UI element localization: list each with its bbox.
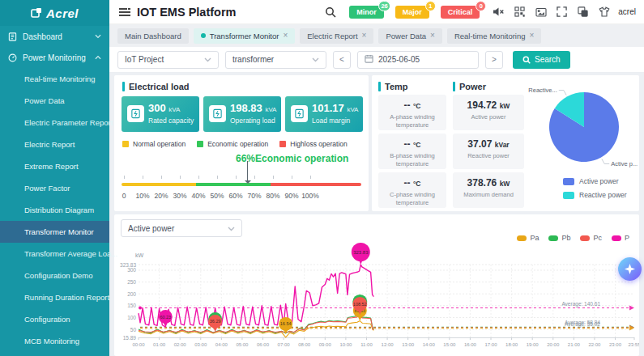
gauge-tick	[124, 176, 125, 179]
power-line-chart: kW15.8950100150200250300323.8300:0001:00…	[114, 237, 639, 356]
y-axis-unit: kW	[135, 252, 144, 258]
date-next-button[interactable]: >	[485, 51, 503, 69]
y-tick-label: 250	[127, 279, 136, 285]
alarm-badge-critical[interactable]: Critical0	[441, 6, 480, 19]
meter-icon	[291, 105, 308, 122]
x-tick-label: 15:00	[443, 342, 456, 347]
load-card-value: 101.17 kVA	[312, 102, 358, 114]
gauge-tick	[236, 176, 237, 179]
temp-card: -- °CC-phase winding temperature	[378, 172, 446, 208]
marker-pin-label: 36.29	[210, 319, 221, 324]
x-tick-label: 23:55	[628, 342, 639, 347]
sidebar-item-mcb-monitoring[interactable]: MCB Monitoring	[0, 330, 109, 352]
x-tick-label: 16:00	[464, 342, 477, 347]
tab-label: Real-time Monitoring	[454, 32, 526, 40]
search-button[interactable]: Search	[513, 51, 570, 69]
gauge-tick	[180, 176, 181, 179]
tab-transformer-monitor[interactable]: Transformer Monitor×	[194, 28, 296, 44]
calendar-icon	[365, 54, 373, 65]
gauge-segment	[122, 183, 196, 186]
tab-real-time-monitoring[interactable]: Real-time Monitoring×	[447, 28, 542, 44]
power-header: Power	[453, 82, 486, 91]
brand-logo: Acrel	[0, 0, 109, 26]
gauge-tick-label: 60%	[228, 192, 242, 200]
gauge-tick-label: 10%	[135, 192, 149, 200]
pie-legend-active-power[interactable]: Active power	[563, 177, 627, 185]
legend-highloss-operation: Highloss operation	[279, 140, 347, 148]
temp-value: -- °C	[378, 100, 446, 111]
qr-code-icon[interactable]	[514, 6, 526, 18]
sidebar-item-transformer-average-loa-[interactable]: Transformer Average Loa...	[0, 243, 109, 265]
fullscreen-icon[interactable]	[556, 6, 568, 18]
mute-icon[interactable]	[493, 6, 505, 18]
menu-collapse-icon[interactable]	[119, 8, 130, 16]
sidebar-item-configuration-demo[interactable]: Configuration Demo	[0, 265, 109, 286]
username[interactable]: acrel	[618, 7, 636, 16]
sidebar-item-electric-parameter-report[interactable]: Electric Parameter Report	[0, 112, 109, 134]
screenshot-icon[interactable]	[535, 6, 547, 18]
gauge-tick-label: 0	[122, 192, 126, 200]
chevron-up-icon	[95, 55, 101, 60]
tab-electric-report[interactable]: Electric Report×	[300, 28, 373, 44]
sidebar-item-label: Power Data	[24, 96, 65, 105]
sidebar-item-running-duration-report[interactable]: Running Duration Report	[0, 286, 109, 308]
skin-icon[interactable]	[598, 6, 610, 18]
tab-close-icon[interactable]: ×	[362, 32, 367, 40]
ai-assistant-button[interactable]	[618, 257, 642, 281]
metric-select-value: Active power	[128, 224, 174, 233]
sidebar-item-power-factor[interactable]: Power Factor	[0, 177, 109, 199]
sparkle-icon	[624, 263, 636, 275]
sidebar-item-label: Electric Parameter Report	[24, 118, 113, 127]
sidebar-item-power-monitoring[interactable]: Power Monitoring	[0, 47, 109, 68]
power-value: 378.76 kW	[453, 177, 524, 189]
brand-logo-icon	[31, 7, 42, 19]
alarm-badge-label: Minor	[356, 8, 377, 16]
sidebar-item-label: Power Monitoring	[23, 53, 86, 62]
load-card-operating-load: 198.83 kVAOperating load	[203, 96, 281, 132]
x-tick-label: 19:00	[527, 342, 540, 347]
sidebar-item-label: Extreme Report	[24, 162, 79, 171]
alarm-badge-minor[interactable]: Minor26	[349, 6, 384, 19]
tab-close-icon[interactable]: ×	[430, 32, 435, 40]
legend-swatch	[122, 141, 129, 147]
marker-pin-label: 108.52	[353, 302, 367, 307]
legend-swatch	[279, 141, 286, 147]
sidebar-item-distribution-diagram[interactable]: Distribution Diagram	[0, 199, 109, 221]
sidebar-item-extreme-report[interactable]: Extreme Report	[0, 155, 109, 177]
tab-main-dashboard[interactable]: Main Dashboard	[117, 28, 189, 44]
metric-select[interactable]: Active power	[121, 219, 242, 237]
sidebar-item-real-time-monitoring[interactable]: Real-time Monitoring	[0, 68, 109, 90]
alarm-badge-major[interactable]: Major1	[395, 6, 429, 19]
pie-legend-reactive-power[interactable]: Reactive power	[563, 191, 627, 199]
gauge-tick	[143, 176, 143, 179]
gauge-tick-label: 100%	[301, 192, 319, 200]
average-label-pa: Average: 55.02	[565, 321, 600, 328]
sidebar-item-dashboard[interactable]: Dashboard	[0, 26, 109, 47]
x-tick-label: 08:00	[298, 342, 311, 347]
tab-power-data[interactable]: Power Data×	[378, 28, 441, 44]
load-card-value: 198.83 kVA	[230, 102, 276, 114]
active-tab-dot	[201, 33, 206, 38]
tab-label: Power Data	[386, 32, 426, 40]
pie-callout-reactive: Reactive...	[528, 87, 557, 94]
theme-icon[interactable]	[577, 6, 589, 18]
project-select[interactable]: IoT Project	[117, 51, 219, 69]
sidebar-item-electric-report[interactable]: Electric Report	[0, 134, 109, 155]
gauge-bar	[122, 183, 361, 186]
tab-close-icon[interactable]: ×	[283, 32, 288, 40]
device-select[interactable]: transformer	[225, 51, 326, 69]
sidebar-item-transformer-monitor[interactable]: Transformer Monitor	[0, 221, 109, 243]
sidebar-item-label: Dashboard	[23, 32, 62, 41]
date-input[interactable]: 2025-06-05	[357, 51, 479, 69]
sidebar-item-power-data[interactable]: Power Data	[0, 90, 109, 112]
power-card: 37.07 kVarReactive power	[453, 134, 524, 169]
alarm-badge-label: Critical	[448, 8, 473, 16]
x-tick-label: 00:00	[132, 342, 145, 347]
average-label-p: Average: 140.61	[561, 301, 600, 307]
date-prev-button[interactable]: <	[333, 51, 351, 69]
search-icon[interactable]	[324, 6, 336, 18]
temp-card: -- °CA-phase winding temperature	[378, 95, 446, 130]
tab-close-icon[interactable]: ×	[530, 32, 535, 40]
x-tick-label: 21:00	[568, 342, 581, 347]
sidebar-item-configuration[interactable]: Configuration	[0, 308, 109, 330]
